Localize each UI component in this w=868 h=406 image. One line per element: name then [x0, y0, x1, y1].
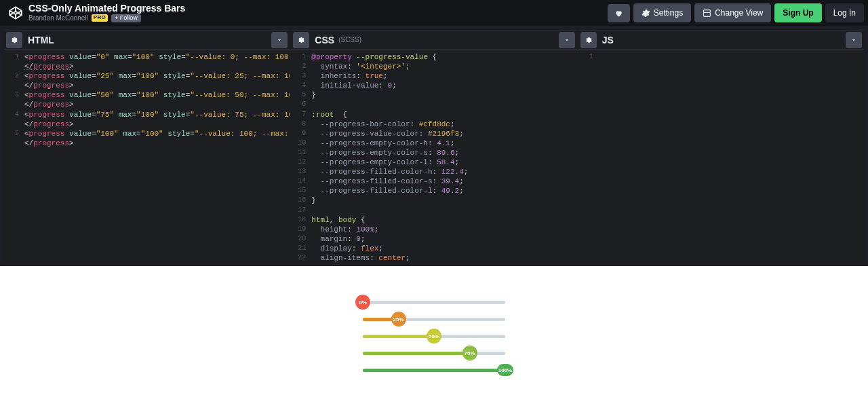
progress-fill — [363, 352, 470, 355]
html-panel-title: HTML — [28, 35, 54, 45]
change-view-label: Change View — [715, 8, 763, 18]
js-settings-button[interactable] — [580, 32, 597, 48]
css-settings-button[interactable] — [293, 32, 309, 48]
progress-knob: 25% — [391, 312, 406, 327]
progress-knob: 0% — [355, 295, 370, 310]
progress-fill — [363, 335, 434, 338]
progress-knob: 100% — [497, 364, 513, 376]
codepen-logo-icon[interactable] — [8, 5, 23, 20]
js-panel-header: JS — [578, 31, 864, 50]
gear-icon — [642, 9, 650, 18]
login-button[interactable]: Log In — [825, 3, 864, 22]
editor-panels: HTML 1<progress value="0" max="100" styl… — [0, 26, 868, 266]
js-panel: JS 1 — [578, 30, 864, 262]
progress-bar: 75% — [363, 352, 505, 355]
svg-rect-3 — [704, 10, 711, 16]
follow-button[interactable]: + Follow — [111, 14, 141, 22]
progress-bar: 0% — [363, 301, 505, 304]
login-label: Log In — [833, 8, 856, 18]
progress-bar: 100% — [363, 369, 505, 372]
pen-title: CSS-Only Animated Progress Bars — [28, 3, 185, 14]
settings-label: Settings — [654, 8, 683, 18]
html-settings-button[interactable] — [6, 32, 22, 48]
css-editor[interactable]: 1@property --progress-value {2 syntax: '… — [291, 50, 576, 262]
signup-label: Sign Up — [783, 8, 813, 18]
js-panel-title: JS — [602, 35, 614, 45]
preview-pane: 0%25%50%75%100% — [0, 266, 868, 406]
css-panel: CSS (SCSS) 1@property --progress-value {… — [291, 30, 576, 262]
progress-fill — [363, 369, 505, 372]
progress-bar: 50% — [363, 335, 505, 338]
css-panel-menu-button[interactable] — [559, 32, 575, 48]
js-panel-menu-button[interactable] — [846, 32, 862, 48]
progress-bar: 25% — [363, 318, 505, 321]
pen-author[interactable]: Brandon McConnell — [28, 14, 88, 22]
settings-button[interactable]: Settings — [633, 3, 691, 22]
heart-icon — [614, 9, 623, 18]
change-view-button[interactable]: Change View — [694, 3, 771, 22]
progress-knob: 50% — [427, 329, 441, 344]
css-panel-title: CSS — [315, 35, 334, 45]
progress-knob: 75% — [462, 346, 477, 361]
js-editor[interactable]: 1 — [578, 50, 864, 262]
html-panel-header: HTML — [4, 31, 290, 50]
pro-badge: PRO — [92, 14, 108, 22]
signup-button[interactable]: Sign Up — [774, 3, 821, 22]
html-editor[interactable]: 1<progress value="0" max="100" style="--… — [4, 50, 290, 262]
css-panel-header: CSS (SCSS) — [291, 31, 576, 50]
layout-icon — [703, 9, 711, 18]
love-button[interactable] — [608, 4, 630, 22]
app-header: CSS-Only Animated Progress Bars Brandon … — [0, 0, 868, 26]
html-panel-menu-button[interactable] — [271, 32, 288, 48]
css-panel-subtitle: (SCSS) — [338, 36, 361, 43]
html-panel: HTML 1<progress value="0" max="100" styl… — [4, 30, 290, 262]
